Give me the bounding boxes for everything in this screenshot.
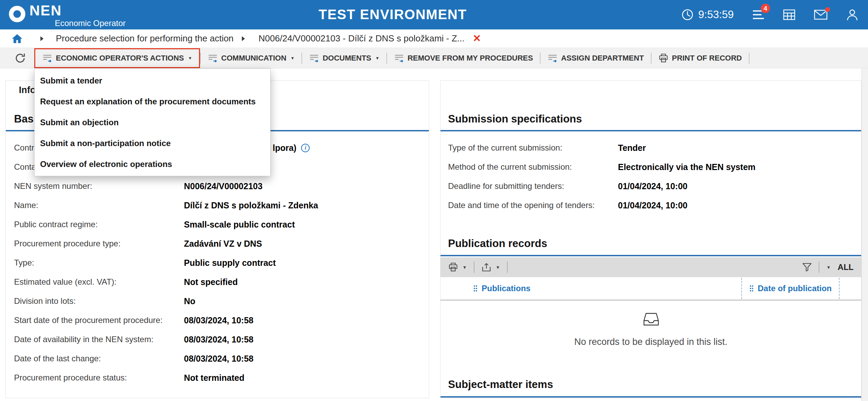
field-value: Small-scale public contract <box>184 220 295 230</box>
field-row-last-change-date: Date of the last change: 08/03/2024, 10:… <box>6 349 429 368</box>
user-icon[interactable] <box>846 9 858 21</box>
field-label: Date of the last change: <box>6 354 184 363</box>
field-row-type-of-submission: Type of the current submission: Tender <box>441 138 861 157</box>
field-row-estimated-value: Estimated value (excl. VAT): Not specifi… <box>6 272 429 292</box>
toolbar-button-print-of-record[interactable]: PRINT OF RECORD <box>652 48 749 68</box>
actions-icon <box>547 53 558 63</box>
menu-item-submit-an-objection[interactable]: Submit an objection <box>35 112 270 133</box>
environment-title: TEST ENVIRONMENT <box>319 7 467 22</box>
chevron-down-icon[interactable]: ▼ <box>496 265 500 270</box>
toolbar-divider <box>474 262 474 273</box>
publication-table-header-date: Date of publication <box>749 277 832 300</box>
chevron-down-icon[interactable]: ▼ <box>462 265 467 270</box>
menu-icon[interactable]: 4 <box>752 10 765 20</box>
field-label: Name: <box>6 200 184 210</box>
mail-icon[interactable] <box>814 10 828 20</box>
field-label: Public contract regime: <box>6 220 184 229</box>
field-label: Procurement procedure type: <box>6 239 184 248</box>
empty-list-message: No records to be displayed in this list. <box>441 337 861 347</box>
field-label: Division into lots: <box>6 296 184 306</box>
field-row-name: Name: Dílčí z DNS s položkami - Zdenka <box>6 196 429 215</box>
menu-item-request-explanation[interactable]: Request an explanation of the procuremen… <box>35 91 270 112</box>
close-icon[interactable]: ✕ <box>473 34 481 43</box>
field-row-method-of-submission: Method of the current submission: Electr… <box>441 157 861 177</box>
menu-item-submit-a-tender[interactable]: Submit a tender <box>35 70 270 91</box>
export-icon[interactable] <box>481 262 492 272</box>
menu-item-overview-electronic-operations[interactable]: Overview of electronic operations <box>35 154 270 174</box>
field-label: Date and time of the opening of tenders: <box>441 200 618 210</box>
notifications-badge[interactable]: 4 <box>761 4 770 13</box>
column-divider <box>741 278 742 299</box>
print-icon[interactable] <box>448 262 458 272</box>
drag-handle-icon[interactable] <box>749 285 754 292</box>
mail-unread-dot <box>825 7 830 12</box>
field-value: 08/03/2024, 10:58 <box>184 335 253 345</box>
scrollbar[interactable] <box>861 68 868 401</box>
toolbar-divider <box>749 53 749 64</box>
toolbar-button-remove-from-my-procedures[interactable]: REMOVE FROM MY PROCEDURES <box>387 48 540 68</box>
field-label: Method of the current submission: <box>441 162 618 172</box>
section-underline <box>441 255 861 256</box>
breadcrumb-item-procedure-selection[interactable]: Procedure selection for performing the a… <box>56 33 234 44</box>
menu-item-submit-non-participation-notice[interactable]: Submit a non-participation notice <box>35 133 270 154</box>
field-label: Date of availability in the NEN system: <box>6 335 184 344</box>
field-value: 08/03/2024, 10:58 <box>184 315 253 325</box>
field-label: Procurement procedure status: <box>6 373 184 383</box>
column-header-date-of-publication[interactable]: Date of publication <box>758 284 832 293</box>
actions-icon <box>42 53 52 63</box>
filter-all-label[interactable]: ALL <box>838 262 854 272</box>
toolbar-button-label: DOCUMENTS <box>323 54 371 63</box>
clock-widget: 9:53:59 <box>681 9 734 21</box>
field-value-fragment: lpora) <box>273 143 296 153</box>
field-row-opening-of-tenders: Date and time of the opening of tenders:… <box>441 196 861 215</box>
printer-icon <box>658 53 669 63</box>
clock-time: 9:53:59 <box>698 9 734 21</box>
breadcrumb-item-procedure-detail[interactable]: N006/24/V00002103 - Dílčí z DNS s položk… <box>259 33 464 44</box>
field-value: 01/04/2024, 10:00 <box>618 200 687 210</box>
field-value: Dílčí z DNS s položkami - Zdenka <box>184 200 318 210</box>
app-header: NEN Economic Operator TEST ENVIRONMENT 9… <box>0 0 868 29</box>
field-value: No <box>184 296 195 306</box>
toolbar-button-label: ASSIGN DEPARTMENT <box>561 54 644 63</box>
chevron-down-icon[interactable]: ▼ <box>826 265 831 270</box>
brand-name: NEN <box>29 3 126 18</box>
field-value: Electronically via the NEN system <box>618 162 756 172</box>
toolbar-button-assign-department[interactable]: ASSIGN DEPARTMENT <box>541 48 651 68</box>
field-value: 01/04/2024, 10:00 <box>618 181 687 191</box>
field-row-nen-system-number: NEN system number: N006/24/V00002103 <box>6 177 429 196</box>
field-value: 08/03/2024, 10:58 <box>184 354 253 364</box>
field-value: N006/24/V00002103 <box>184 181 262 191</box>
field-row-procurement-procedure-type: Procurement procedure type: Zadávání VZ … <box>6 234 429 253</box>
home-icon[interactable] <box>12 34 23 43</box>
field-row-start-date: Start date of the procurement procedure:… <box>6 311 429 330</box>
field-row-type: Type: Public supply contract <box>6 253 429 272</box>
refresh-icon[interactable] <box>14 52 26 64</box>
field-row-division-into-lots: Division into lots: No <box>6 292 429 311</box>
field-label: Estimated value (excl. VAT): <box>6 277 184 287</box>
column-header-publications[interactable]: Publications <box>482 284 531 293</box>
toolbar-button-label: PRINT OF RECORD <box>672 54 742 63</box>
calendar-icon[interactable] <box>783 9 795 21</box>
clock-icon <box>681 9 694 21</box>
section-underline <box>441 130 861 131</box>
header-actions: 9:53:59 4 <box>681 0 858 29</box>
chevron-down-icon: ▼ <box>375 56 380 61</box>
submission-specification-fields: Type of the current submission: Tender M… <box>441 138 861 215</box>
toolbar-button-economic-operators-actions[interactable]: ECONOMIC OPERATOR'S ACTIONS ▼ <box>34 48 200 68</box>
brand: NEN Economic Operator <box>9 3 126 28</box>
drag-handle-icon[interactable] <box>473 285 478 292</box>
field-value: lpora) i <box>273 138 310 157</box>
tab-information[interactable]: Info <box>19 85 36 95</box>
toolbar-button-documents[interactable]: DOCUMENTS ▼ <box>302 48 386 68</box>
info-icon[interactable]: i <box>301 144 310 152</box>
toolbar-button-label: REMOVE FROM MY PROCEDURES <box>408 54 533 63</box>
field-value: Zadávání VZ v DNS <box>184 239 262 249</box>
toolbar-button-communication[interactable]: COMMUNICATION ▼ <box>201 48 301 68</box>
filter-icon[interactable] <box>802 262 812 272</box>
empty-inbox-icon <box>642 311 660 328</box>
field-value: Not specified <box>184 277 238 287</box>
toolbar-divider <box>819 262 819 273</box>
field-label: Start date of the procurement procedure: <box>6 315 184 325</box>
field-label: Type of the current submission: <box>441 143 618 153</box>
column-divider <box>839 278 840 299</box>
